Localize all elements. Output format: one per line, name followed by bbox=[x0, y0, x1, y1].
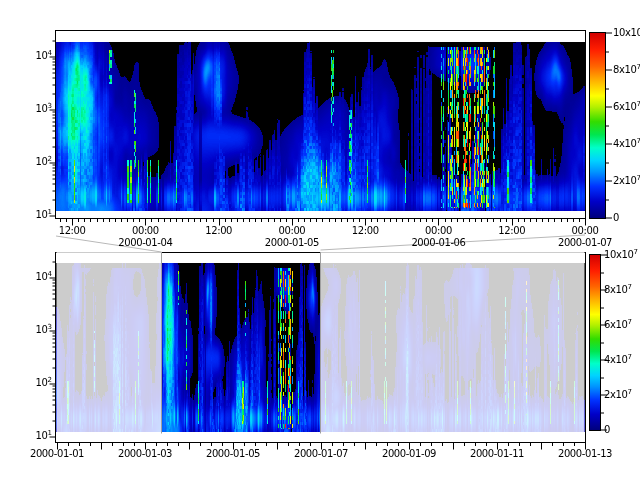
top-plot-frame bbox=[56, 31, 586, 219]
mantissa: 2000-01-01 bbox=[30, 448, 84, 459]
washout-left bbox=[57, 252, 162, 434]
colorbar-tick-label: 6x107 bbox=[604, 320, 632, 331]
x-tick-time-label: 12:00 bbox=[205, 226, 232, 236]
colorbar-tick-label: 2x107 bbox=[604, 390, 632, 401]
mantissa: 00:00 bbox=[572, 225, 599, 236]
x-tick-time-label: 00:00 bbox=[572, 226, 599, 236]
x-tick-time-label: 00:00 bbox=[132, 226, 159, 236]
overview-x-tick-label: 2000-01-13 bbox=[558, 449, 612, 459]
overview-x-tick-label: 2000-01-01 bbox=[30, 449, 84, 459]
colorbar-tick-label: 8x107 bbox=[613, 65, 640, 76]
exponent: 2 bbox=[48, 155, 52, 163]
colorbar-tick-label: 8x107 bbox=[604, 285, 632, 296]
mantissa: 2000-01-03 bbox=[118, 448, 172, 459]
colorbar-bottom bbox=[590, 255, 600, 430]
mantissa: 2x10 bbox=[613, 175, 636, 186]
exponent: 4 bbox=[48, 270, 52, 278]
colorbar-tick-label: 10x107 bbox=[604, 250, 638, 261]
colorbar-tick-label: 6x107 bbox=[613, 102, 640, 113]
mantissa: 2000-01-05 bbox=[265, 237, 319, 248]
mantissa: 2000-01-04 bbox=[118, 237, 172, 248]
mantissa: 10 bbox=[36, 50, 48, 61]
colorbar-tick-label: 4x107 bbox=[604, 355, 632, 366]
x-tick-date-label: 2000-01-07 bbox=[558, 238, 612, 248]
x-tick-date-label: 2000-01-04 bbox=[118, 238, 172, 248]
mantissa: 0 bbox=[613, 212, 619, 223]
mantissa: 10 bbox=[36, 324, 48, 335]
mantissa: 2000-01-07 bbox=[558, 237, 612, 248]
mantissa: 2000-01-06 bbox=[411, 237, 465, 248]
exponent: 3 bbox=[48, 102, 52, 110]
colorbar-tick-label: 4x107 bbox=[613, 139, 640, 150]
washout-right bbox=[321, 252, 585, 434]
colorbar-tick-label: 2x107 bbox=[613, 176, 640, 187]
y-tick-label: 104 bbox=[36, 272, 52, 283]
overview-x-tick-label: 2000-01-03 bbox=[118, 449, 172, 459]
mantissa: 12:00 bbox=[352, 225, 379, 236]
y-tick-label: 101 bbox=[36, 210, 52, 221]
y-tick-label: 101 bbox=[36, 431, 52, 442]
mantissa: 2000-01-13 bbox=[558, 448, 612, 459]
exponent: 1 bbox=[48, 429, 52, 437]
mantissa: 00:00 bbox=[425, 225, 452, 236]
exponent: 7 bbox=[636, 100, 640, 108]
mantissa: 2000-01-07 bbox=[294, 448, 348, 459]
exponent: 2 bbox=[48, 376, 52, 384]
mantissa: 10 bbox=[36, 430, 48, 441]
exponent: 7 bbox=[627, 283, 631, 291]
mantissa: 2x10 bbox=[604, 389, 627, 400]
mantissa: 8x10 bbox=[613, 64, 636, 75]
mantissa: 10 bbox=[36, 156, 48, 167]
exponent: 7 bbox=[636, 63, 640, 71]
mantissa: 12:00 bbox=[498, 225, 525, 236]
mantissa: 10 bbox=[36, 271, 48, 282]
exponent: 4 bbox=[48, 49, 52, 57]
y-tick-label: 102 bbox=[36, 157, 52, 168]
mantissa: 00:00 bbox=[279, 225, 306, 236]
x-tick-time-label: 12:00 bbox=[352, 226, 379, 236]
mantissa: 2000-01-09 bbox=[382, 448, 436, 459]
overview-x-tick-label: 2000-01-11 bbox=[470, 449, 524, 459]
colorbar-top-ticks bbox=[606, 33, 613, 218]
spectrogram-browser-window: 12:0000:002000-01-0412:0000:002000-01-05… bbox=[0, 0, 640, 480]
colorbar-tick-label: 10x107 bbox=[613, 28, 640, 39]
x-tick-time-label: 00:00 bbox=[279, 226, 306, 236]
mantissa: 6x10 bbox=[613, 101, 636, 112]
mantissa: 10 bbox=[36, 209, 48, 220]
colorbar-top bbox=[590, 33, 605, 218]
overview-x-tick-label: 2000-01-09 bbox=[382, 449, 436, 459]
exponent: 7 bbox=[627, 318, 631, 326]
mantissa: 6x10 bbox=[604, 319, 627, 330]
exponent: 7 bbox=[636, 137, 640, 145]
axes-overlay bbox=[0, 0, 640, 480]
colorbar-bottom-ticks bbox=[601, 255, 608, 430]
mantissa: 4x10 bbox=[613, 138, 636, 149]
mantissa: 4x10 bbox=[604, 354, 627, 365]
colorbar-tick-label: 0 bbox=[613, 213, 619, 223]
mantissa: 10x10 bbox=[613, 27, 640, 38]
y-tick-label: 102 bbox=[36, 378, 52, 389]
mantissa: 8x10 bbox=[604, 284, 627, 295]
y-tick-label: 104 bbox=[36, 51, 52, 62]
mantissa: 2000-01-05 bbox=[206, 448, 260, 459]
mantissa: 10 bbox=[36, 377, 48, 388]
mantissa: 10 bbox=[36, 103, 48, 114]
x-tick-time-label: 12:00 bbox=[59, 226, 86, 236]
mantissa: 2000-01-11 bbox=[470, 448, 524, 459]
mantissa: 00:00 bbox=[132, 225, 159, 236]
mantissa: 12:00 bbox=[205, 225, 232, 236]
exponent: 7 bbox=[633, 248, 637, 256]
exponent: 7 bbox=[627, 353, 631, 361]
y-tick-label: 103 bbox=[36, 104, 52, 115]
y-tick-label: 103 bbox=[36, 325, 52, 336]
exponent: 1 bbox=[48, 208, 52, 216]
exponent: 7 bbox=[627, 388, 631, 396]
colorbar-tick-label: 0 bbox=[604, 425, 610, 435]
x-tick-date-label: 2000-01-06 bbox=[411, 238, 465, 248]
mantissa: 10x10 bbox=[604, 249, 633, 260]
exponent: 3 bbox=[48, 323, 52, 331]
mantissa: 0 bbox=[604, 424, 610, 435]
x-tick-date-label: 2000-01-05 bbox=[265, 238, 319, 248]
exponent: 7 bbox=[636, 174, 640, 182]
overview-x-tick-label: 2000-01-07 bbox=[294, 449, 348, 459]
